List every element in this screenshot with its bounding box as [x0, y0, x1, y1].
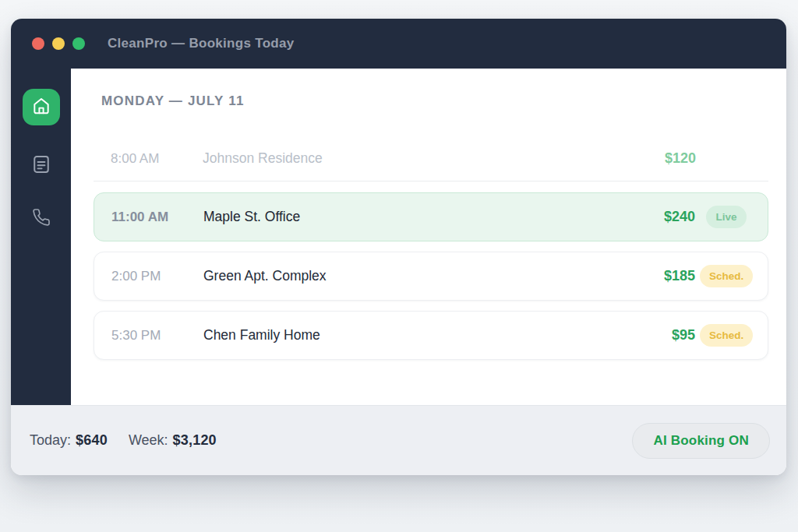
ai-booking-toggle-button[interactable]: AI Booking ON	[632, 423, 770, 459]
date-header: MONDAY — JULY 11	[101, 93, 768, 109]
week-total: Week:$3,120	[129, 432, 217, 449]
booking-row-johnson[interactable]: 8:00 AM Johnson Residence $120	[94, 136, 768, 181]
today-label: Today:	[30, 432, 71, 448]
today-total: Today:$640	[30, 432, 108, 449]
minimize-window-button[interactable]	[52, 37, 65, 50]
home-icon	[31, 96, 51, 119]
booking-list: 8:00 AM Johnson Residence $120 11:00 AM …	[94, 136, 768, 360]
booking-price: $185	[645, 268, 695, 284]
week-value: $3,120	[173, 432, 217, 448]
week-label: Week:	[129, 432, 168, 448]
list-icon	[30, 153, 52, 178]
booking-row-green-apt[interactable]: 2:00 PM Green Apt. Complex $185 Sched.	[94, 252, 768, 301]
booking-client: Green Apt. Complex	[203, 268, 645, 284]
traffic-lights	[32, 37, 85, 50]
revenue-totals: Today:$640 Week:$3,120	[30, 432, 217, 449]
sidebar-item-bookings[interactable]	[29, 153, 54, 178]
booking-time: 5:30 PM	[111, 328, 188, 344]
booking-time: 11:00 AM	[111, 210, 188, 225]
booking-time: 2:00 PM	[111, 269, 188, 284]
booking-client: Johnson Residence	[203, 150, 646, 167]
zoom-window-button[interactable]	[72, 37, 85, 50]
status-badge-scheduled: Sched.	[700, 324, 753, 347]
sidebar-item-calls[interactable]	[29, 206, 54, 231]
today-value: $640	[76, 432, 108, 448]
booking-time: 8:00 AM	[111, 151, 187, 167]
close-window-button[interactable]	[32, 37, 44, 50]
sidebar	[11, 69, 71, 405]
titlebar: CleanPro — Bookings Today	[11, 19, 786, 69]
phone-icon	[32, 208, 51, 230]
status-badge-scheduled: Sched.	[700, 265, 753, 287]
booking-client: Maple St. Office	[203, 209, 645, 225]
booking-price: $240	[645, 209, 695, 225]
footer-bar: Today:$640 Week:$3,120 AI Booking ON	[11, 405, 786, 475]
booking-row-chen[interactable]: 5:30 PM Chen Family Home $95 Sched.	[94, 311, 768, 360]
booking-client: Chen Family Home	[203, 327, 645, 344]
window-title: CleanPro — Bookings Today	[108, 36, 295, 51]
booking-row-maple[interactable]: 11:00 AM Maple St. Office $240 Live	[94, 192, 768, 241]
main-content: MONDAY — JULY 11 8:00 AM Johnson Residen…	[71, 69, 786, 405]
booking-price: $95	[645, 327, 695, 344]
booking-price: $120	[646, 150, 696, 167]
sidebar-item-home[interactable]	[23, 89, 60, 125]
status-badge-live: Live	[706, 206, 746, 228]
app-window: CleanPro — Bookings Today	[11, 19, 786, 475]
